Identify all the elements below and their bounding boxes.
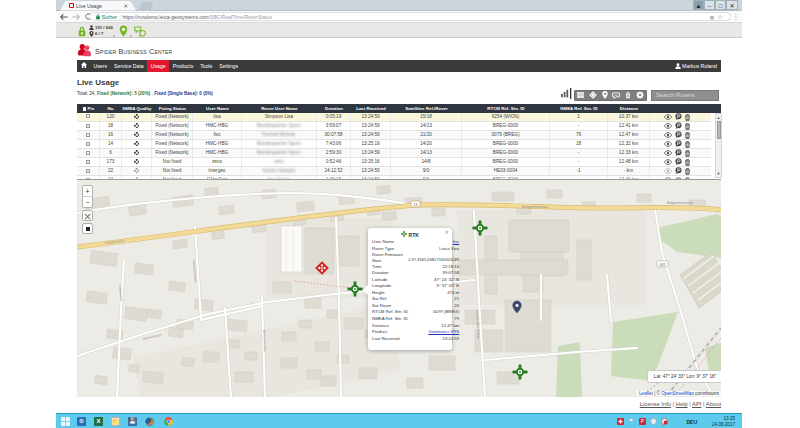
svg-text:Balgacherstrasse: Balgacherstrasse [667, 201, 693, 205]
svg-text:Balgacherstrasse: Balgacherstrasse [522, 205, 548, 209]
svg-text:13: 13 [414, 203, 418, 207]
svg-text:445: 445 [660, 263, 666, 267]
svg-text:P: P [641, 419, 644, 424]
